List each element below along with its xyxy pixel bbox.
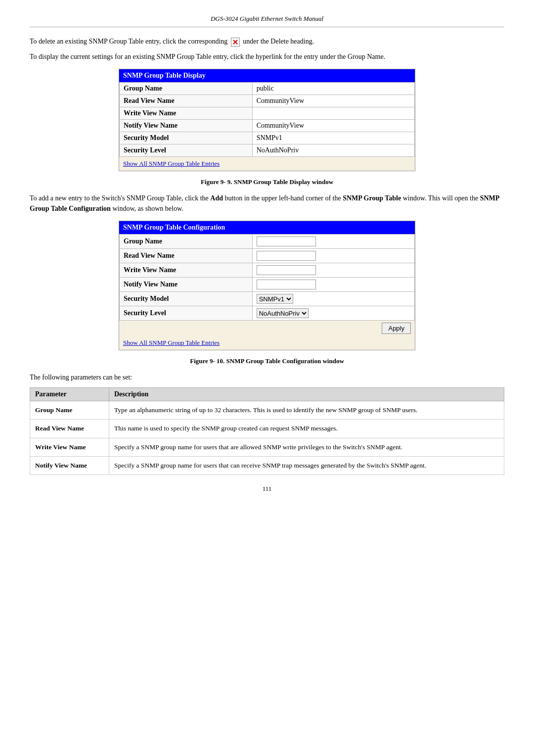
display-table-row: Read View NameCommunityView xyxy=(120,95,415,107)
display-table: Group NamepublicRead View NameCommunityV… xyxy=(119,82,415,157)
intro-paragraph-1: To delete an existing SNMP Group Table e… xyxy=(30,36,504,47)
display-row-value: SNMPv1 xyxy=(252,132,414,144)
config-row-input-cell[interactable]: SNMPv1SNMPv2SNMPv3 xyxy=(252,292,414,306)
display-row-value: CommunityView xyxy=(252,95,414,107)
display-row-value xyxy=(252,107,414,120)
display-table-row: Security LevelNoAuthNoPriv xyxy=(120,144,415,157)
param-description: Specify a SNMP group name for users that… xyxy=(109,438,504,456)
display-row-label: Security Model xyxy=(120,132,253,144)
param-name: Read View Name xyxy=(30,420,109,438)
config-intro-paragraph: To add a new entry to the Switch's SNMP … xyxy=(30,193,504,214)
display-row-value: CommunityView xyxy=(252,120,414,132)
show-all-display-link[interactable]: Show All SNMP Group Table Entries xyxy=(119,157,415,171)
config-row-label: Security Level xyxy=(120,306,253,321)
display-table-row: Notify View NameCommunityView xyxy=(120,120,415,132)
param-name: Group Name xyxy=(30,401,109,420)
show-all-config-link[interactable]: Show All SNMP Group Table Entries xyxy=(119,336,415,350)
params-table-row: Read View NameThis name is used to speci… xyxy=(30,420,504,438)
delete-icon-example xyxy=(231,38,240,47)
params-table-row: Write View NameSpecify a SNMP group name… xyxy=(30,438,504,456)
parameters-table: Parameter Description Group NameType an … xyxy=(30,387,504,475)
display-row-label: Security Level xyxy=(120,144,253,157)
config-table-title: SNMP Group Table Configuration xyxy=(119,221,415,234)
config-row-label: Read View Name xyxy=(120,249,253,263)
param-description: Specify a SNMP group name for users that… xyxy=(109,456,504,474)
display-row-label: Write View Name xyxy=(120,107,253,120)
param-name: Write View Name xyxy=(30,438,109,456)
config-row-label: Security Model xyxy=(120,292,253,306)
param-description: Type an alphanumeric string of up to 32 … xyxy=(109,401,504,420)
page-number: 111 xyxy=(30,485,504,493)
snmp-group-table-config-wrapper: SNMP Group Table Configuration Group Nam… xyxy=(119,221,415,350)
display-row-label: Notify View Name xyxy=(120,120,253,132)
intro-paragraph-2: To display the current settings for an e… xyxy=(30,51,504,62)
page-header: DGS-3024 Gigabit Ethernet Switch Manual xyxy=(30,15,504,27)
config-table-row: Read View Name xyxy=(120,249,415,263)
param-name: Notify View Name xyxy=(30,456,109,474)
config-row-input-cell[interactable]: NoAuthNoPrivAuthNoPrivAuthPriv xyxy=(252,306,414,321)
config-table-row: Write View Name xyxy=(120,263,415,278)
display-table-row: Security ModelSNMPv1 xyxy=(120,132,415,144)
config-table: Group NameRead View NameWrite View NameN… xyxy=(119,234,415,321)
config-row-input-cell[interactable] xyxy=(252,263,414,278)
param-col-header: Parameter xyxy=(30,388,109,401)
config-table-row: Security ModelSNMPv1SNMPv2SNMPv3 xyxy=(120,292,415,306)
display-row-value: NoAuthNoPriv xyxy=(252,144,414,157)
display-table-row: Group Namepublic xyxy=(120,83,415,95)
display-row-label: Read View Name xyxy=(120,95,253,107)
config-table-row: Notify View Name xyxy=(120,278,415,292)
config-row-label: Notify View Name xyxy=(120,278,253,292)
apply-button[interactable]: Apply xyxy=(382,323,411,334)
figure2-caption: Figure 9- 10. SNMP Group Table Configura… xyxy=(30,357,504,365)
desc-col-header: Description xyxy=(109,388,504,401)
param-description: This name is used to specify the SNMP gr… xyxy=(109,420,504,438)
manual-title: DGS-3024 Gigabit Ethernet Switch Manual xyxy=(211,15,323,22)
config-row-input-cell[interactable] xyxy=(252,235,414,249)
display-table-row: Write View Name xyxy=(120,107,415,120)
config-text-input-read-view-name[interactable] xyxy=(257,251,316,261)
config-select-security-model[interactable]: SNMPv1SNMPv2SNMPv3 xyxy=(257,294,293,304)
params-table-row: Notify View NameSpecify a SNMP group nam… xyxy=(30,456,504,474)
params-table-row: Group NameType an alphanumeric string of… xyxy=(30,401,504,420)
config-text-input-group-name[interactable] xyxy=(257,236,316,246)
config-text-input-notify-view-name[interactable] xyxy=(257,280,316,289)
config-row-input-cell[interactable] xyxy=(252,278,414,292)
config-table-row: Group Name xyxy=(120,235,415,249)
snmp-group-table-display-wrapper: SNMP Group Table Display Group Namepubli… xyxy=(119,69,415,171)
config-row-label: Group Name xyxy=(120,235,253,249)
display-row-label: Group Name xyxy=(120,83,253,95)
config-row-label: Write View Name xyxy=(120,263,253,278)
display-row-value: public xyxy=(252,83,414,95)
display-table-title: SNMP Group Table Display xyxy=(119,69,415,82)
figure1-caption: Figure 9- 9. SNMP Group Table Display wi… xyxy=(30,178,504,186)
config-table-row: Security LevelNoAuthNoPrivAuthNoPrivAuth… xyxy=(120,306,415,321)
config-row-input-cell[interactable] xyxy=(252,249,414,263)
apply-row: Apply xyxy=(119,321,415,336)
config-select-security-level[interactable]: NoAuthNoPrivAuthNoPrivAuthPriv xyxy=(257,308,309,318)
params-intro: The following parameters can be set: xyxy=(30,372,504,382)
config-text-input-write-view-name[interactable] xyxy=(257,265,316,275)
